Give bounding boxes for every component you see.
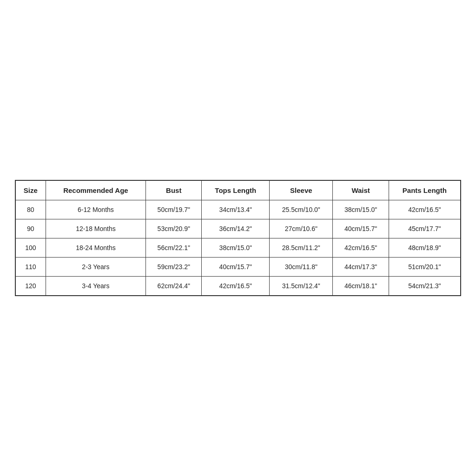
size-chart-container: Size Recommended Age Bust Tops Length Sl… xyxy=(15,180,461,296)
cell-waist: 38cm/15.0" xyxy=(333,200,389,219)
cell-waist: 40cm/15.7" xyxy=(333,219,389,238)
cell-pants-length: 54cm/21.3" xyxy=(389,277,460,296)
cell-pants-length: 51cm/20.1" xyxy=(389,258,460,277)
cell-sleeve: 28.5cm/11.2" xyxy=(270,238,333,258)
cell-size: 90 xyxy=(16,219,46,238)
size-chart-table: Size Recommended Age Bust Tops Length Sl… xyxy=(15,180,461,296)
header-size: Size xyxy=(16,181,46,200)
header-pants-length: Pants Length xyxy=(389,181,460,200)
cell-tops-length: 40cm/15.7" xyxy=(202,258,270,277)
header-waist: Waist xyxy=(333,181,389,200)
header-sleeve: Sleeve xyxy=(270,181,333,200)
cell-pants-length: 42cm/16.5" xyxy=(389,200,460,219)
cell-bust: 56cm/22.1" xyxy=(146,238,202,258)
table-row: 806-12 Months50cm/19.7"34cm/13.4"25.5cm/… xyxy=(16,200,461,219)
table-row: 10018-24 Months56cm/22.1"38cm/15.0"28.5c… xyxy=(16,238,461,258)
cell-sleeve: 30cm/11.8" xyxy=(270,258,333,277)
cell-age: 2-3 Years xyxy=(46,258,145,277)
table-row: 9012-18 Months53cm/20.9"36cm/14.2"27cm/1… xyxy=(16,219,461,238)
cell-sleeve: 25.5cm/10.0" xyxy=(270,200,333,219)
header-recommended-age: Recommended Age xyxy=(46,181,145,200)
cell-tops-length: 38cm/15.0" xyxy=(202,238,270,258)
cell-waist: 42cm/16.5" xyxy=(333,238,389,258)
cell-size: 100 xyxy=(16,238,46,258)
cell-tops-length: 36cm/14.2" xyxy=(202,219,270,238)
cell-age: 3-4 Years xyxy=(46,277,145,296)
table-row: 1102-3 Years59cm/23.2"40cm/15.7"30cm/11.… xyxy=(16,258,461,277)
cell-size: 80 xyxy=(16,200,46,219)
cell-tops-length: 42cm/16.5" xyxy=(202,277,270,296)
cell-pants-length: 48cm/18.9" xyxy=(389,238,460,258)
cell-waist: 44cm/17.3" xyxy=(333,258,389,277)
cell-age: 6-12 Months xyxy=(46,200,145,219)
cell-bust: 62cm/24.4" xyxy=(146,277,202,296)
header-tops-length: Tops Length xyxy=(202,181,270,200)
cell-sleeve: 27cm/10.6" xyxy=(270,219,333,238)
cell-bust: 59cm/23.2" xyxy=(146,258,202,277)
cell-age: 12-18 Months xyxy=(46,219,145,238)
cell-waist: 46cm/18.1" xyxy=(333,277,389,296)
cell-bust: 50cm/19.7" xyxy=(146,200,202,219)
table-row: 1203-4 Years62cm/24.4"42cm/16.5"31.5cm/1… xyxy=(16,277,461,296)
cell-pants-length: 45cm/17.7" xyxy=(389,219,460,238)
cell-bust: 53cm/20.9" xyxy=(146,219,202,238)
cell-tops-length: 34cm/13.4" xyxy=(202,200,270,219)
table-header-row: Size Recommended Age Bust Tops Length Sl… xyxy=(16,181,461,200)
cell-age: 18-24 Months xyxy=(46,238,145,258)
cell-size: 110 xyxy=(16,258,46,277)
cell-sleeve: 31.5cm/12.4" xyxy=(270,277,333,296)
header-bust: Bust xyxy=(146,181,202,200)
cell-size: 120 xyxy=(16,277,46,296)
